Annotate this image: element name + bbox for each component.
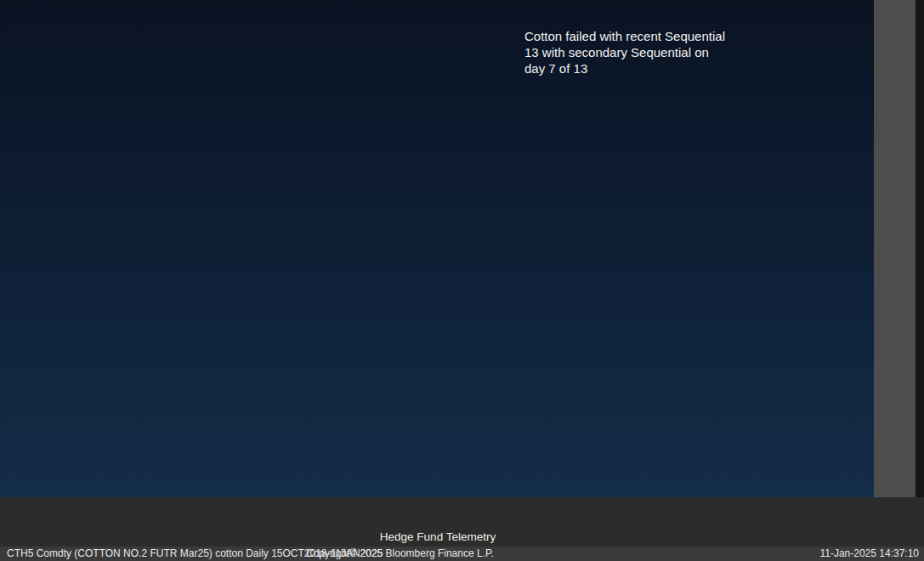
annotation-note: Cotton failed with recent Sequential 13 … [524, 28, 725, 76]
chart-canvas[interactable] [0, 0, 924, 561]
footer-title: Hedge Fund Telemetry [380, 530, 496, 543]
status-copyright: Copyright© 2025 Bloomberg Finance L.P. [306, 547, 494, 561]
bloomberg-chart-window: Cotton failed with recent Sequential 13 … [0, 0, 924, 561]
annotation-note-line: 13 with secondary Sequential on [524, 44, 725, 60]
annotation-note-line: Cotton failed with recent Sequential [524, 28, 725, 44]
status-timestamp: 11-Jan-2025 14:37:10 [819, 547, 919, 561]
annotation-note-line: day 7 of 13 [524, 60, 725, 76]
